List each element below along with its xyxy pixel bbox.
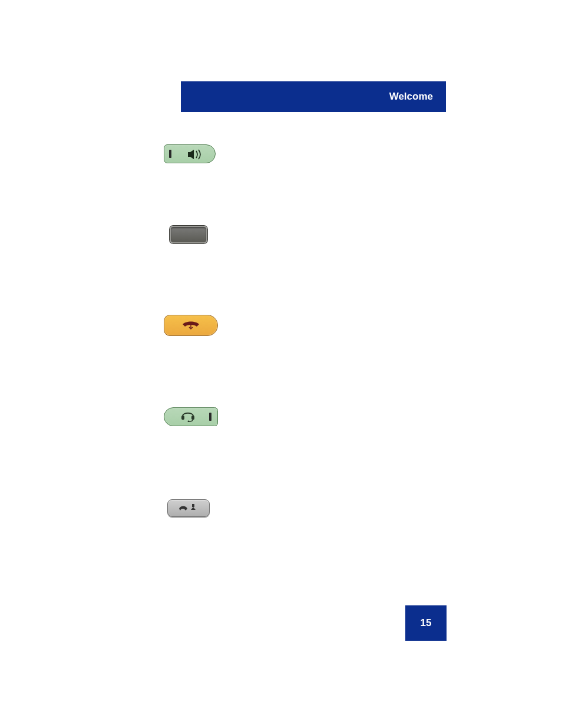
page-number: 15 xyxy=(405,605,447,641)
status-indicator-icon xyxy=(209,413,211,421)
headset-key xyxy=(164,407,218,426)
hold-button-graphic xyxy=(167,499,210,517)
svg-marker-0 xyxy=(188,150,194,159)
speaker-icon xyxy=(187,149,196,159)
svg-rect-1 xyxy=(181,416,184,420)
mute-key xyxy=(170,226,207,246)
svg-rect-4 xyxy=(192,504,194,507)
mute-button-graphic xyxy=(170,226,207,243)
handsfree-button-graphic xyxy=(164,144,216,163)
svg-point-3 xyxy=(188,421,190,422)
page-header-title: Welcome xyxy=(389,91,433,103)
headset-icon xyxy=(180,409,196,424)
page-number-value: 15 xyxy=(421,617,432,629)
handset-hold-icon xyxy=(176,502,201,515)
goodbye-key xyxy=(164,315,218,336)
svg-rect-2 xyxy=(191,416,194,420)
goodbye-button-graphic xyxy=(164,315,218,336)
handsfree-key xyxy=(164,144,216,163)
hold-key xyxy=(167,499,210,517)
handset-down-icon xyxy=(179,318,203,332)
page-header: Welcome xyxy=(181,81,446,112)
headset-button-graphic xyxy=(164,407,218,426)
status-indicator-icon xyxy=(169,150,171,158)
